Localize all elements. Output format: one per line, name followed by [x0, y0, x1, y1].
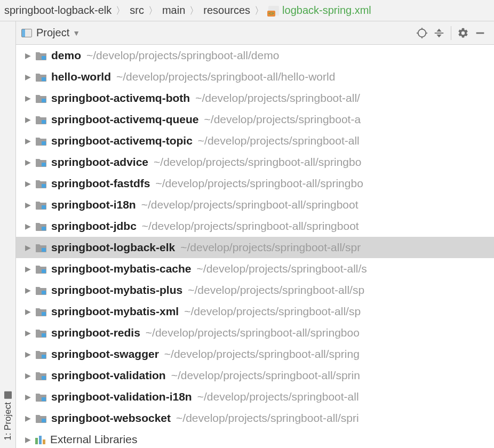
svg-rect-14: [42, 163, 46, 166]
expand-arrow-icon[interactable]: ▶: [23, 222, 32, 230]
tree-row-module[interactable]: ▶ springboot-i18n ~/develop/projects/spr…: [16, 194, 494, 215]
expand-arrow-icon[interactable]: ▶: [23, 158, 32, 166]
tree-row-module[interactable]: ▶ springboot-fastdfs ~/develop/projects/…: [16, 173, 494, 194]
breadcrumb-item-module[interactable]: springboot-logback-elk: [4, 4, 111, 17]
hide-button[interactable]: [472, 25, 489, 42]
module-folder-icon: [35, 136, 47, 146]
module-path: ~/develop/projects/springboot-all/spring: [164, 348, 360, 361]
xml-file-icon: <>: [268, 6, 279, 15]
tree-row-module[interactable]: ▶ springboot-redis ~/develop/projects/sp…: [16, 322, 494, 343]
tree-row-module[interactable]: ▶ springboot-activemq-queue ~/develop/pr…: [16, 109, 494, 130]
module-path: ~/develop/projects/springboot-all/sprin: [171, 369, 360, 382]
collapse-icon: [433, 27, 445, 39]
expand-arrow-icon[interactable]: ▶: [23, 179, 32, 188]
panel-title[interactable]: Project: [36, 27, 69, 39]
expand-arrow-icon[interactable]: ▶: [23, 393, 32, 401]
module-path: ~/develop/projects/springboot-all/spri: [176, 412, 359, 425]
project-tool-window-tab[interactable]: 1: Project: [2, 388, 14, 444]
gear-icon: [457, 27, 469, 39]
tree-row-module[interactable]: ▶ springboot-swagger ~/develop/projects/…: [16, 343, 494, 365]
tree-row-external-libraries[interactable]: ▶ External Libraries: [16, 429, 494, 448]
expand-arrow-icon[interactable]: ▶: [23, 265, 32, 273]
tree-row-module[interactable]: ▶ springboot-websocket ~/develop/project…: [16, 407, 494, 429]
svg-rect-10: [42, 77, 46, 81]
breadcrumb-label: main: [162, 4, 185, 17]
expand-arrow-icon[interactable]: ▶: [23, 286, 32, 294]
expand-arrow-icon[interactable]: ▶: [23, 371, 32, 380]
chevron-right-icon: 〉: [254, 4, 264, 17]
expand-arrow-icon[interactable]: ▶: [23, 414, 32, 422]
tab-label: 1: Project: [3, 402, 13, 441]
target-icon: [416, 27, 428, 39]
expand-arrow-icon[interactable]: ▶: [23, 435, 32, 444]
breadcrumb-item-folder[interactable]: src: [130, 4, 144, 17]
module-path: ~/develop/projects/springboot-all: [197, 390, 359, 403]
settings-button[interactable]: [455, 25, 472, 42]
tree-row-module[interactable]: ▶ springboot-logback-elk ~/develop/proje…: [16, 237, 494, 258]
chevron-down-icon[interactable]: ▼: [73, 29, 80, 37]
svg-rect-23: [42, 355, 46, 358]
svg-rect-17: [42, 227, 46, 230]
module-folder-icon: [35, 392, 47, 402]
module-path: ~/develop/projects/springboot-all/: [195, 92, 360, 105]
expand-arrow-icon[interactable]: ▶: [23, 201, 32, 209]
breadcrumb-label: src: [130, 4, 144, 17]
tree-row-module[interactable]: ▶ springboot-advice ~/develop/projects/s…: [16, 151, 494, 173]
tree-row-module[interactable]: ▶ springboot-mybatis-plus ~/develop/proj…: [16, 279, 494, 301]
breadcrumb: springboot-logback-elk 〉 src 〉 main 〉 re…: [0, 0, 494, 21]
module-name: springboot-i18n: [51, 198, 136, 211]
module-folder-icon: [35, 200, 47, 210]
chevron-right-icon: 〉: [148, 4, 158, 17]
module-folder-icon: [35, 349, 47, 359]
module-path: ~/develop/projects/springboot-all/spring…: [141, 198, 358, 211]
breadcrumb-label: logback-spring.xml: [282, 4, 371, 17]
module-name: springboot-redis: [51, 326, 140, 339]
project-tree[interactable]: ▶ demo ~/develop/projects/springboot-all…: [16, 45, 494, 448]
panel-header: Project ▼: [16, 21, 494, 45]
project-view-icon: [21, 29, 32, 37]
tree-row-module[interactable]: ▶ demo ~/develop/projects/springboot-all…: [16, 45, 494, 66]
module-path: ~/develop/projects/springboot-all/spr: [180, 241, 361, 254]
breadcrumb-item-folder[interactable]: main: [162, 4, 185, 17]
tree-row-module[interactable]: ▶ springboot-jdbc ~/develop/projects/spr…: [16, 215, 494, 237]
expand-arrow-icon[interactable]: ▶: [23, 329, 32, 337]
libraries-icon: [35, 435, 46, 444]
breadcrumb-label: springboot-logback-elk: [4, 4, 111, 17]
module-folder-icon: [35, 413, 47, 423]
svg-rect-9: [42, 56, 46, 60]
collapse-all-button[interactable]: [431, 25, 448, 42]
tree-row-module[interactable]: ▶ hello-world ~/develop/projects/springb…: [16, 66, 494, 87]
tree-row-module[interactable]: ▶ springboot-mybatis-xml ~/develop/proje…: [16, 301, 494, 322]
expand-arrow-icon[interactable]: ▶: [23, 137, 32, 145]
tree-row-module[interactable]: ▶ springboot-validation ~/develop/projec…: [16, 365, 494, 386]
module-path: ~/develop/projects/springboot-all/demo: [86, 49, 279, 62]
tree-row-module[interactable]: ▶ springboot-activemq-both ~/develop/pro…: [16, 87, 494, 109]
tree-row-module[interactable]: ▶ springboot-validation-i18n ~/develop/p…: [16, 386, 494, 407]
expand-arrow-icon[interactable]: ▶: [23, 51, 32, 60]
module-path: ~/develop/projects/springboot-all/hello-…: [116, 70, 335, 83]
module-name: springboot-mybatis-cache: [51, 262, 192, 275]
module-name: springboot-activemq-queue: [51, 113, 199, 126]
module-folder-icon: [35, 371, 47, 380]
tree-row-module[interactable]: ▶ springboot-mybatis-cache ~/develop/pro…: [16, 258, 494, 279]
module-path: ~/develop/projects/springboot-all/spring…: [146, 326, 360, 339]
tree-row-module[interactable]: ▶ springboot-activemq-topic ~/develop/pr…: [16, 130, 494, 151]
breadcrumb-item-folder[interactable]: resources: [203, 4, 250, 17]
expand-arrow-icon[interactable]: ▶: [23, 94, 32, 102]
svg-rect-20: [42, 291, 46, 294]
svg-rect-12: [42, 120, 46, 124]
module-name: springboot-websocket: [51, 412, 171, 425]
breadcrumb-item-file[interactable]: <> logback-spring.xml: [268, 4, 371, 17]
expand-arrow-icon[interactable]: ▶: [23, 307, 32, 316]
separator: [451, 26, 451, 40]
svg-marker-7: [436, 34, 441, 37]
expand-arrow-icon[interactable]: ▶: [23, 73, 32, 81]
expand-arrow-icon[interactable]: ▶: [23, 115, 32, 124]
module-folder-icon: [35, 157, 47, 167]
expand-arrow-icon[interactable]: ▶: [23, 350, 32, 358]
expand-arrow-icon[interactable]: ▶: [23, 243, 32, 252]
svg-rect-11: [42, 99, 46, 102]
module-name: springboot-mybatis-xml: [51, 305, 179, 318]
locate-button[interactable]: [413, 25, 431, 42]
module-folder-icon: [35, 179, 47, 188]
